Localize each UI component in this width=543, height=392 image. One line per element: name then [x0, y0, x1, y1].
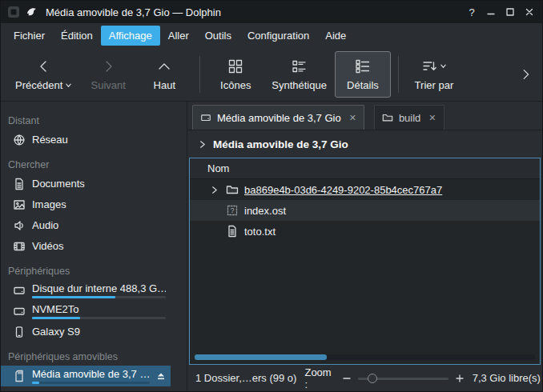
toolbar-separator — [199, 56, 200, 93]
maximize-button[interactable] — [501, 3, 520, 21]
sdcard-icon — [13, 370, 26, 382]
sidebar-item-label: Média amovible de 3,7 … — [32, 369, 150, 380]
zoom-in-icon[interactable] — [455, 374, 465, 383]
section-header-peripheriques[interactable]: Périphériques — [1, 257, 171, 280]
sidebar-item-audio[interactable]: Audio — [1, 215, 171, 236]
tab-close-icon[interactable]: ✕ — [349, 113, 356, 123]
unknown-file-icon: ? — [226, 204, 239, 217]
minimize-button[interactable] — [481, 3, 501, 21]
tab-bar: Média amovible de 3,7 Gio ✕ build ✕ — [187, 102, 542, 130]
tab-build[interactable]: build ✕ — [374, 105, 444, 130]
harddrive-icon — [13, 284, 26, 297]
sidebar-item-label: Disque dur interne 488,3 G… — [32, 283, 166, 294]
tab-close-icon[interactable]: ✕ — [428, 113, 436, 123]
svg-text:?: ? — [231, 206, 235, 214]
menu-item-aller[interactable]: Aller — [160, 26, 197, 46]
document-icon — [13, 178, 26, 190]
sidebar-item-disque-interne[interactable]: Disque dur interne 488,3 G… — [1, 280, 171, 301]
chevron-up-icon — [156, 58, 172, 74]
section-header-chercher[interactable]: Chercher — [1, 150, 171, 174]
main-toolbar: Précédent Suivant Haut Icônes Synthétiqu… — [1, 47, 542, 102]
caret-down-icon — [440, 62, 447, 70]
details-view-button[interactable]: Détails — [335, 51, 391, 98]
zoom-control: Zoom : — [304, 366, 464, 390]
menu-item-affichage[interactable]: Affichage — [101, 26, 160, 46]
scrollbar-thumb[interactable] — [195, 354, 327, 360]
view-icons-icon — [227, 58, 243, 74]
audio-icon — [13, 219, 26, 232]
forward-button[interactable]: Suivant — [80, 51, 136, 98]
menu-item-aide[interactable]: Aide — [317, 26, 354, 46]
sidebar-item-label: Galaxy S9 — [32, 326, 166, 338]
toolbar-overflow-button[interactable] — [515, 64, 536, 85]
content-area: Distant Réseau Chercher Documents Images… — [1, 102, 542, 391]
sidebar-item-label: Documents — [32, 178, 166, 190]
file-name: ba869e4b-03d6-4249-9202-85b4cec767a7 — [244, 184, 442, 196]
sidebar-item-images[interactable]: Images — [1, 194, 171, 215]
sidebar-item-galaxy-s9[interactable]: Galaxy S9 — [1, 322, 171, 342]
menu-item-fichier[interactable]: Fichier — [6, 26, 53, 46]
expand-arrow-icon[interactable] — [207, 183, 220, 196]
caret-down-icon — [65, 82, 72, 89]
menu-item-configuration[interactable]: Configuration — [239, 26, 317, 46]
view-compact-icon — [292, 58, 308, 74]
capacity-bar — [32, 296, 166, 298]
tab-media-amovible[interactable]: Média amovible de 3,7 Gio ✕ — [192, 105, 364, 130]
zoom-slider-handle[interactable] — [368, 374, 377, 383]
breadcrumb-location[interactable]: Média amovible de 3,7 Gio — [213, 138, 348, 150]
sidebar-item-reseau[interactable]: Réseau — [1, 130, 171, 150]
harddrive-icon — [13, 305, 26, 318]
toolbar-separator — [398, 56, 399, 93]
sidebar-item-label: Images — [32, 199, 166, 210]
up-button[interactable]: Haut — [136, 51, 192, 98]
horizontal-scrollbar[interactable] — [195, 354, 535, 360]
title-bar[interactable]: Média amovible de 3,7 Gio — Dolphin ? — [1, 1, 542, 23]
drive-icon — [200, 112, 211, 123]
folder-icon — [226, 183, 239, 196]
file-name: index.ost — [244, 205, 286, 217]
expander-spacer — [207, 225, 220, 238]
column-header-row: Nom — [190, 158, 540, 179]
close-button[interactable] — [520, 3, 539, 21]
items-summary: 1 Dossier,…ers (99 o) — [195, 372, 296, 384]
image-icon — [13, 198, 26, 211]
zoom-label: Zoom : — [304, 366, 336, 390]
tab-label: Média amovible de 3,7 Gio — [217, 112, 341, 124]
free-space-label: 7,3 Gio libre(s) — [473, 372, 541, 384]
icons-view-button[interactable]: Icônes — [207, 51, 263, 98]
video-icon — [13, 240, 26, 253]
zoom-out-icon[interactable] — [342, 374, 352, 383]
view-details-icon — [355, 58, 371, 74]
window-controls: ? — [462, 3, 539, 21]
file-view: Nom ba869e4b-03d6-4249-9202-85b4cec767a7… — [189, 158, 541, 365]
sidebar-item-label: Vidéos — [32, 241, 166, 252]
sidebar-item-media-amovible[interactable]: Média amovible de 3,7 … — [1, 366, 171, 386]
sidebar-item-videos[interactable]: Vidéos — [1, 236, 171, 257]
section-header-distant[interactable]: Distant — [1, 106, 171, 130]
folder-icon — [382, 112, 393, 123]
help-button[interactable]: ? — [462, 3, 481, 21]
sidebar-item-nvme2to[interactable]: NVME2To — [1, 301, 171, 322]
file-row-index-ost[interactable]: ? index.ost — [190, 200, 540, 221]
back-button[interactable]: Précédent — [7, 51, 80, 98]
app-menu-icon[interactable] — [6, 5, 21, 19]
eject-icon[interactable] — [156, 371, 166, 381]
column-header-nom[interactable]: Nom — [207, 162, 229, 174]
chevron-left-icon — [36, 58, 52, 74]
file-row-toto-txt[interactable]: toto.txt — [190, 221, 540, 242]
chevron-right-icon — [198, 140, 207, 149]
places-panel: Distant Réseau Chercher Documents Images… — [1, 102, 187, 391]
sidebar-item-documents[interactable]: Documents — [1, 174, 171, 194]
file-row-folder[interactable]: ba869e4b-03d6-4249-9202-85b4cec767a7 — [190, 179, 540, 200]
section-header-peripheriques-amovibles[interactable]: Périphériques amovibles — [1, 342, 171, 366]
file-name: toto.txt — [244, 226, 276, 238]
status-bar: 1 Dossier,…ers (99 o) Zoom : 7,3 Gio lib… — [187, 365, 542, 391]
zoom-slider[interactable] — [358, 372, 448, 385]
chevron-right-icon — [100, 58, 116, 74]
menu-item-edition[interactable]: Édition — [53, 26, 101, 46]
menu-item-outils[interactable]: Outils — [197, 26, 239, 46]
compact-view-button[interactable]: Synthétique — [263, 51, 335, 98]
window-title: Média amovible de 3,7 Gio — Dolphin — [46, 6, 221, 18]
sort-icon — [421, 58, 437, 74]
sort-by-button[interactable]: Trier par — [406, 51, 462, 98]
